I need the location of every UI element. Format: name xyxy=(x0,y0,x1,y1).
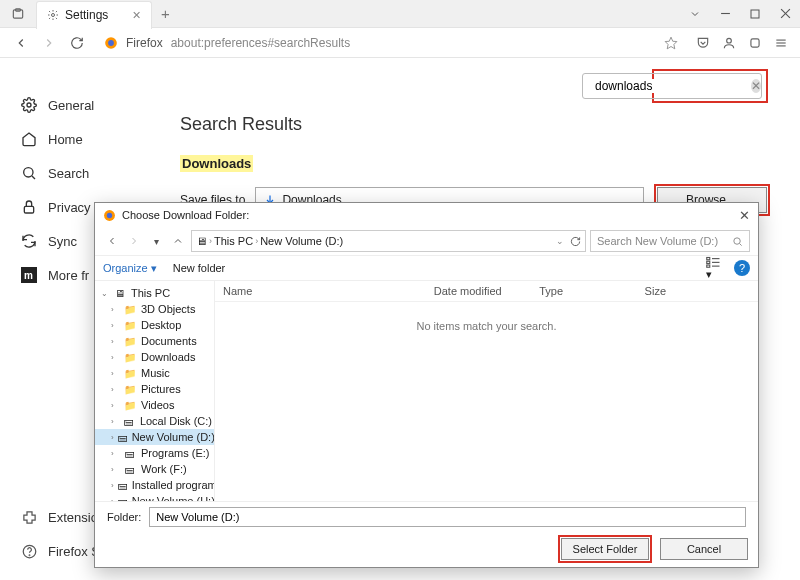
url-box[interactable]: Firefox about:preferences#searchResults xyxy=(96,32,686,54)
svg-point-15 xyxy=(27,103,31,107)
svg-point-8 xyxy=(108,40,114,46)
chevron-down-icon[interactable]: ⌄ xyxy=(556,236,564,246)
chevron-icon: › xyxy=(111,417,119,426)
pocket-icon[interactable] xyxy=(696,36,710,50)
tree-item[interactable]: ›🖴Local Disk (C:) xyxy=(95,413,214,429)
window-minimize-button[interactable] xyxy=(710,0,740,28)
chevron-down-icon[interactable] xyxy=(680,0,710,28)
folder-icon: 📁 xyxy=(123,400,137,411)
tree-item[interactable]: ›📁Music xyxy=(95,365,214,381)
svg-point-2 xyxy=(52,14,55,17)
tree-item[interactable]: ›📁3D Objects xyxy=(95,301,214,317)
pinned-tab-icon[interactable] xyxy=(0,0,36,28)
reload-button[interactable] xyxy=(68,34,86,52)
menu-icon[interactable] xyxy=(774,36,788,50)
sidebar-item-label: Search xyxy=(48,166,89,181)
tree-item-label: Local Disk (C:) xyxy=(140,415,212,427)
cancel-button[interactable]: Cancel xyxy=(660,538,748,560)
svg-rect-4 xyxy=(751,10,759,18)
view-options-button[interactable]: ▾ xyxy=(706,256,724,281)
tree-item-label: 3D Objects xyxy=(141,303,195,315)
chevron-icon: › xyxy=(111,401,119,410)
dialog-titlebar: Choose Download Folder: ✕ xyxy=(95,203,758,227)
tree-item[interactable]: ›🖴New Volume (H:) xyxy=(95,493,214,501)
breadcrumb-path[interactable]: 🖥 › This PC › New Volume (D:) ⌄ xyxy=(191,230,586,252)
chevron-icon: › xyxy=(111,449,119,458)
home-icon xyxy=(20,130,38,148)
sidebar-item-search[interactable]: Search xyxy=(20,156,150,190)
new-folder-button[interactable]: New folder xyxy=(173,262,226,274)
clear-search-icon[interactable]: ✕ xyxy=(751,79,761,93)
empty-message: No items match your search. xyxy=(215,320,758,332)
lock-icon xyxy=(20,198,38,216)
tree-item-label: Desktop xyxy=(141,319,181,331)
forward-button[interactable] xyxy=(40,34,58,52)
svg-point-16 xyxy=(24,168,33,177)
dialog-button-row: Select Folder Cancel xyxy=(95,531,758,567)
tree-item[interactable]: ⌄🖥This PC xyxy=(95,285,214,301)
dialog-search-box[interactable]: Search New Volume (D:) xyxy=(590,230,750,252)
folder-name-input[interactable] xyxy=(149,507,746,527)
svg-rect-33 xyxy=(707,265,710,267)
bookmark-star-icon[interactable] xyxy=(664,36,678,50)
firefox-icon xyxy=(103,209,116,222)
tree-item[interactable]: ›🖴New Volume (D:) xyxy=(95,429,214,445)
tree-item-label: This PC xyxy=(131,287,170,299)
sidebar-item-general[interactable]: General xyxy=(20,88,150,122)
chevron-icon: › xyxy=(111,369,119,378)
breadcrumb-segment[interactable]: This PC xyxy=(214,235,253,247)
refresh-icon[interactable] xyxy=(570,236,581,247)
folder-icon: 🖴 xyxy=(123,416,136,427)
help-icon[interactable]: ? xyxy=(734,260,750,276)
recent-locations-button[interactable]: ▾ xyxy=(147,232,165,250)
svg-point-10 xyxy=(727,38,732,43)
svg-rect-31 xyxy=(707,257,710,259)
tree-item[interactable]: ›📁Documents xyxy=(95,333,214,349)
tree-item[interactable]: ›📁Videos xyxy=(95,397,214,413)
new-tab-button[interactable]: + xyxy=(152,5,178,22)
breadcrumb-separator-icon: › xyxy=(209,236,212,246)
forward-button[interactable] xyxy=(125,232,143,250)
column-date[interactable]: Date modified xyxy=(434,285,539,297)
preferences-search-input[interactable] xyxy=(595,79,745,93)
tree-item-label: Downloads xyxy=(141,351,195,363)
tab-settings[interactable]: Settings ✕ xyxy=(36,1,152,29)
breadcrumb-segment[interactable]: New Volume (D:) xyxy=(260,235,343,247)
chevron-icon: › xyxy=(111,385,119,394)
back-button[interactable] xyxy=(12,34,30,52)
dialog-close-button[interactable]: ✕ xyxy=(739,208,750,223)
tree-item-label: Music xyxy=(141,367,170,379)
close-tab-icon[interactable]: ✕ xyxy=(132,9,141,22)
sidebar-item-label: More fr xyxy=(48,268,89,283)
select-folder-button[interactable]: Select Folder xyxy=(561,538,649,560)
tree-item[interactable]: ›🖴Programs (E:) xyxy=(95,445,214,461)
organize-button[interactable]: Organize ▾ xyxy=(103,262,157,275)
shield-icon[interactable] xyxy=(748,36,762,50)
account-icon[interactable] xyxy=(722,36,736,50)
tree-item[interactable]: ›📁Pictures xyxy=(95,381,214,397)
column-size[interactable]: Size xyxy=(645,285,750,297)
chevron-icon: › xyxy=(111,481,114,490)
dialog-breadcrumb-bar: ▾ 🖥 › This PC › New Volume (D:) ⌄ Search… xyxy=(95,227,758,255)
up-button[interactable] xyxy=(169,232,187,250)
window-maximize-button[interactable] xyxy=(740,0,770,28)
svg-rect-11 xyxy=(751,38,759,46)
chevron-icon: › xyxy=(111,353,119,362)
tree-item[interactable]: ›📁Downloads xyxy=(95,349,214,365)
tree-item[interactable]: ›🖴Work (F:) xyxy=(95,461,214,477)
back-button[interactable] xyxy=(103,232,121,250)
folder-icon: 📁 xyxy=(123,320,137,331)
preferences-search-box[interactable]: ✕ xyxy=(582,73,762,99)
svg-point-29 xyxy=(734,237,740,243)
window-close-button[interactable] xyxy=(770,0,800,28)
gear-icon xyxy=(20,96,38,114)
page-heading: Search Results xyxy=(180,114,770,135)
column-name[interactable]: Name xyxy=(223,285,434,297)
column-type[interactable]: Type xyxy=(539,285,644,297)
svg-rect-18 xyxy=(24,206,33,213)
svg-rect-32 xyxy=(707,261,710,263)
titlebar: Settings ✕ + xyxy=(0,0,800,28)
sidebar-item-home[interactable]: Home xyxy=(20,122,150,156)
tree-item[interactable]: ›📁Desktop xyxy=(95,317,214,333)
tree-item[interactable]: ›🖴Installed program xyxy=(95,477,214,493)
